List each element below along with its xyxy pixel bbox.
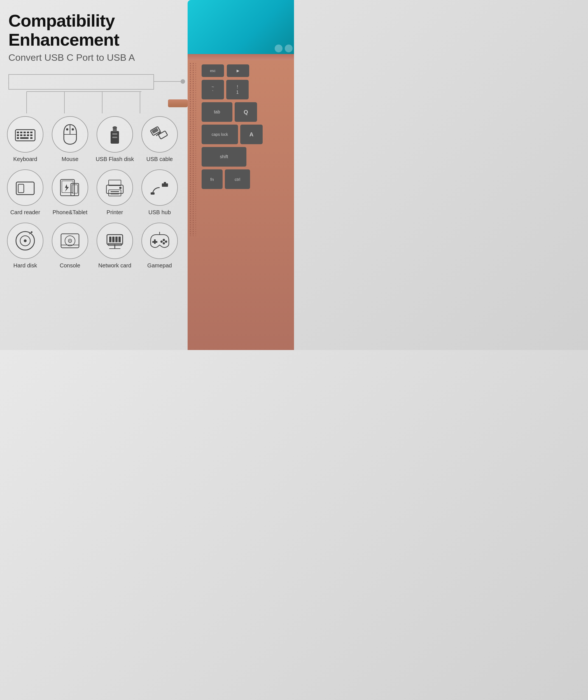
svg-point-157 [195, 126, 196, 127]
svg-point-298 [195, 231, 196, 232]
svg-point-279 [193, 218, 194, 219]
svg-point-146 [190, 119, 191, 120]
icon-item-mouse: Mouse [48, 113, 92, 167]
svg-point-228 [193, 179, 194, 181]
laptop-body: esc ▶ ~` !1 tab Q caps lock A [188, 60, 294, 350]
svg-point-208 [195, 164, 196, 165]
svg-point-229 [195, 179, 196, 181]
svg-point-105 [193, 88, 194, 89]
svg-point-211 [195, 166, 196, 167]
left-panel: Compatibility Enhancement Convert USB C … [0, 0, 185, 350]
svg-point-291 [193, 227, 194, 228]
printer-icon [104, 177, 126, 198]
icon-circle-console [52, 223, 88, 259]
svg-point-21 [72, 128, 74, 130]
svg-point-264 [193, 206, 194, 207]
tab-key: tab [202, 102, 232, 122]
svg-point-242 [190, 191, 191, 192]
svg-point-92 [190, 79, 191, 80]
usb-cable-icon [148, 124, 171, 145]
svg-point-43 [119, 187, 122, 189]
svg-point-237 [193, 186, 194, 187]
svg-rect-12 [20, 134, 22, 136]
svg-point-78 [193, 67, 194, 69]
svg-point-223 [195, 175, 196, 176]
svg-point-51 [31, 231, 32, 233]
svg-point-280 [195, 218, 196, 219]
svg-rect-60 [115, 237, 118, 242]
svg-point-201 [193, 159, 194, 160]
svg-point-106 [195, 88, 196, 89]
shift-key: shift [202, 147, 246, 167]
svg-point-151 [195, 121, 196, 122]
svg-point-263 [190, 206, 191, 207]
svg-point-194 [190, 155, 191, 156]
svg-point-293 [190, 229, 191, 230]
connector-area [8, 74, 176, 91]
icon-circle-hard-disk [7, 223, 43, 259]
svg-point-144 [193, 117, 194, 118]
icon-circle-keyboard [7, 116, 43, 153]
icon-item-usb-cable: USB cable [137, 113, 182, 167]
svg-point-213 [193, 168, 194, 169]
svg-point-299 [190, 233, 191, 234]
svg-point-185 [190, 148, 191, 149]
svg-point-222 [193, 175, 194, 176]
title-section: Compatibility Enhancement Convert USB C … [0, 0, 185, 66]
svg-point-68 [165, 241, 167, 243]
svg-point-191 [190, 153, 191, 154]
svg-point-253 [195, 197, 196, 199]
ctrl-key: ctrl [225, 169, 250, 189]
svg-point-112 [195, 92, 196, 93]
a-key: A [240, 125, 263, 144]
svg-point-217 [195, 171, 196, 172]
svg-point-91 [195, 76, 196, 78]
svg-point-230 [190, 182, 191, 183]
svg-point-261 [193, 204, 194, 205]
svg-point-135 [193, 110, 194, 111]
svg-point-268 [195, 209, 196, 210]
icon-item-network-card: Network card [92, 220, 137, 273]
svg-rect-6 [17, 132, 19, 133]
console-label: Console [60, 262, 80, 269]
icons-grid: Keyboard Mouse [3, 113, 182, 273]
svg-rect-11 [17, 134, 19, 136]
icon-item-keyboard: Keyboard [3, 113, 48, 167]
laptop-hinge [188, 54, 294, 60]
svg-point-304 [195, 235, 196, 236]
svg-point-241 [195, 188, 196, 190]
svg-point-245 [190, 193, 191, 194]
svg-point-247 [195, 193, 196, 194]
svg-point-271 [195, 211, 196, 212]
svg-point-198 [193, 157, 194, 158]
svg-point-169 [195, 135, 196, 136]
svg-point-219 [193, 173, 194, 174]
svg-point-210 [193, 166, 194, 167]
svg-point-102 [193, 85, 194, 87]
svg-point-221 [190, 175, 191, 176]
svg-rect-44 [162, 183, 168, 187]
svg-point-133 [195, 108, 196, 109]
network-card-label: Network card [98, 262, 131, 269]
hard-disk-icon [14, 230, 36, 252]
fn-key: fn [202, 169, 223, 189]
subtitle: Convert USB C Port to USB A [8, 52, 176, 63]
svg-point-281 [190, 220, 191, 221]
icon-circle-printer [97, 169, 133, 206]
svg-point-254 [190, 200, 191, 201]
phone-tablet-label: Phone&Tablet [53, 209, 88, 216]
svg-point-81 [193, 70, 194, 71]
svg-point-239 [190, 188, 191, 190]
svg-rect-40 [109, 190, 121, 196]
icon-item-printer: Printer [92, 167, 137, 220]
svg-point-123 [193, 101, 194, 102]
svg-point-174 [193, 139, 194, 140]
svg-rect-18 [30, 137, 32, 139]
svg-rect-7 [20, 132, 22, 133]
hard-disk-label: Hard disk [13, 262, 37, 269]
svg-point-137 [190, 112, 191, 113]
svg-point-184 [195, 146, 196, 147]
svg-point-149 [190, 121, 191, 122]
branch-container [8, 91, 176, 113]
svg-point-141 [193, 115, 194, 116]
